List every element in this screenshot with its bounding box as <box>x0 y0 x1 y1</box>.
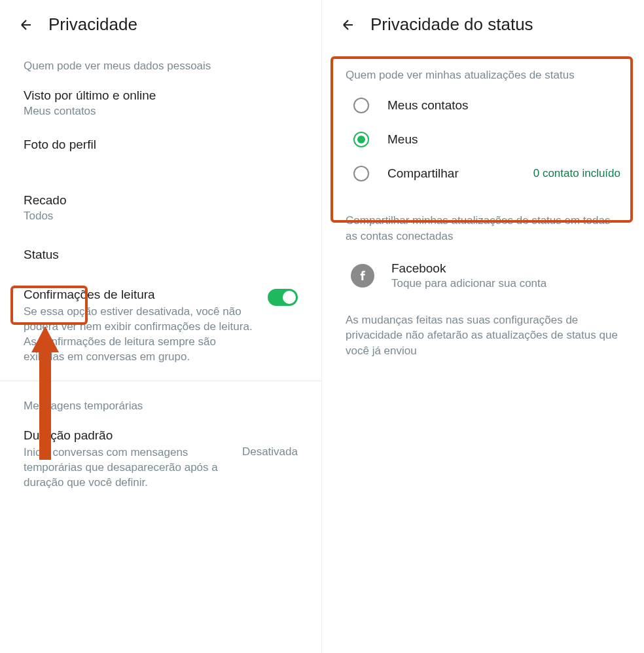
header: Privacidade do status <box>322 0 644 49</box>
about-setting[interactable]: Recado Todos <box>0 184 321 233</box>
facebook-title: Facebook <box>391 261 620 276</box>
facebook-subtitle: Toque para adicionar sua conta <box>391 277 620 290</box>
radio-label: Meus <box>387 132 620 147</box>
read-receipts-title: Confirmações de leitura <box>24 288 255 302</box>
radio-icon <box>353 166 369 181</box>
about-title: Recado <box>24 193 298 208</box>
duration-value: Desativada <box>242 445 298 458</box>
profile-photo-title: Foto do perfil <box>24 138 298 152</box>
back-arrow-icon[interactable] <box>18 17 34 33</box>
radio-label: Meus contatos <box>387 98 620 113</box>
page-title: Privacidade do status <box>370 14 533 35</box>
privacy-change-info: As mudanças feitas nas suas configuraçõe… <box>322 301 644 371</box>
section-who-can-see: Quem pode ver minhas atualizações de sta… <box>322 58 644 88</box>
divider <box>0 381 321 381</box>
read-receipts-desc: Se essa opção estiver desativada, você n… <box>24 305 255 365</box>
duration-title: Duração padrão <box>24 428 229 443</box>
status-setting[interactable]: Status <box>0 233 321 278</box>
radio-option-my-contacts[interactable]: Meus contatos <box>322 88 644 122</box>
header: Privacidade <box>0 0 321 49</box>
profile-photo-setting[interactable]: Foto do perfil <box>0 128 321 164</box>
status-title: Status <box>24 248 298 262</box>
last-seen-setting[interactable]: Visto por último e online Meus contatos <box>0 79 321 128</box>
duration-desc: Inicie conversas com mensagens temporári… <box>24 445 229 491</box>
radio-label: Compartilhar <box>387 166 515 181</box>
default-duration-setting[interactable]: Duração padrão Inicie conversas com mens… <box>0 419 321 501</box>
contacts-included-count: 0 contato incluído <box>533 167 620 180</box>
back-arrow-icon[interactable] <box>340 17 356 33</box>
page-title: Privacidade <box>48 14 137 35</box>
status-privacy-pane: Privacidade do status Quem pode ver minh… <box>322 0 644 653</box>
radio-icon <box>353 98 369 113</box>
radio-icon-selected <box>353 132 369 147</box>
facebook-icon <box>351 264 374 288</box>
section-personal-data: Quem pode ver meus dados pessoais <box>0 49 321 79</box>
last-seen-title: Visto por último e online <box>24 88 298 103</box>
section-disappearing: Mensagens temporárias <box>0 389 321 419</box>
about-value: Todos <box>24 210 298 223</box>
read-receipts-toggle[interactable] <box>268 289 298 306</box>
radio-option-my-contacts-except[interactable]: Meus <box>322 122 644 157</box>
section-share-accounts: Compartilhar minhas atualizações de stat… <box>322 202 644 251</box>
radio-option-share-with[interactable]: Compartilhar 0 contato incluído <box>322 157 644 191</box>
facebook-account-item[interactable]: Facebook Toque para adicionar sua conta <box>322 251 644 301</box>
read-receipts-setting[interactable]: Confirmações de leitura Se essa opção es… <box>0 278 321 375</box>
last-seen-value: Meus contatos <box>24 105 298 118</box>
privacy-settings-pane: Privacidade Quem pode ver meus dados pes… <box>0 0 322 653</box>
